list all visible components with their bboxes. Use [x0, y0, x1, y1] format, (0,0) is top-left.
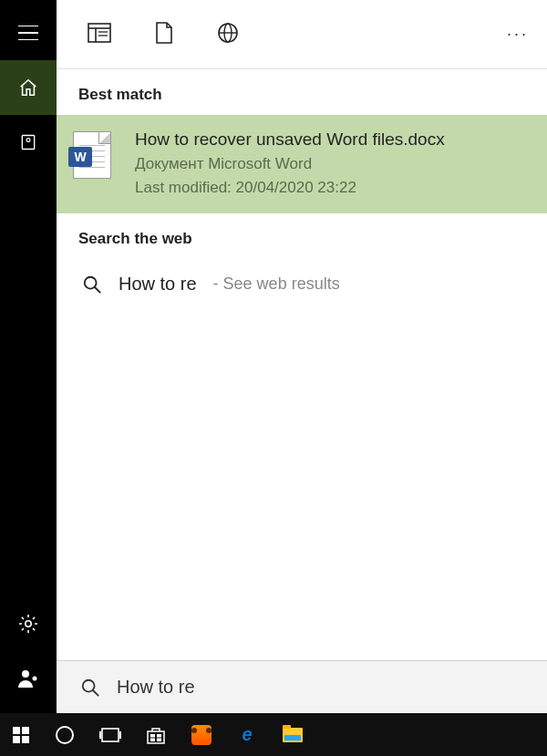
edge-button[interactable]: e — [224, 713, 270, 756]
filter-documents[interactable] — [155, 22, 173, 47]
start-icon — [13, 727, 29, 743]
svg-rect-27 — [150, 738, 155, 741]
svg-rect-25 — [150, 734, 155, 738]
user-button[interactable] — [0, 651, 57, 706]
filter-web[interactable] — [217, 22, 239, 47]
settings-button[interactable] — [0, 596, 57, 651]
all-results-icon — [88, 23, 111, 43]
result-meta: Last modified: 20/04/2020 23:22 — [135, 179, 445, 197]
recent-button[interactable] — [0, 115, 57, 170]
result-subtitle: Документ Microsoft Word — [135, 155, 445, 173]
file-explorer-button[interactable] — [270, 713, 315, 756]
filter-all[interactable] — [88, 23, 111, 47]
search-icon — [80, 678, 100, 698]
svg-point-21 — [57, 727, 73, 743]
taskview-button[interactable] — [88, 713, 133, 756]
svg-rect-0 — [22, 136, 34, 150]
file-explorer-icon — [283, 728, 303, 742]
hamburger-icon — [18, 26, 38, 40]
home-icon — [18, 78, 38, 98]
search-web-label: Search the web — [57, 213, 547, 259]
svg-rect-19 — [13, 736, 20, 743]
svg-point-1 — [26, 139, 30, 142]
hamburger-button[interactable] — [0, 5, 57, 60]
edge-icon: e — [242, 724, 252, 745]
search-panel: ··· Best match W How to recover unsaved … — [57, 0, 547, 713]
web-result[interactable]: How to re - See web results — [57, 259, 547, 309]
filter-bar: ··· — [57, 0, 547, 69]
svg-rect-20 — [22, 736, 29, 743]
result-title: How to recover unsaved Word files.docx — [135, 129, 445, 150]
svg-rect-18 — [22, 727, 29, 734]
svg-rect-26 — [157, 734, 161, 738]
uc-browser-button[interactable] — [179, 713, 224, 756]
store-button[interactable] — [133, 713, 179, 756]
web-hint: - See web results — [213, 274, 340, 294]
start-button[interactable] — [0, 713, 42, 756]
svg-rect-5 — [88, 24, 110, 42]
svg-line-14 — [95, 286, 100, 292]
svg-line-16 — [93, 689, 98, 695]
user-icon — [17, 668, 39, 689]
svg-rect-24 — [119, 731, 121, 739]
svg-point-3 — [22, 670, 29, 678]
store-icon — [146, 726, 166, 744]
more-filters[interactable]: ··· — [507, 25, 529, 44]
taskbar: e — [0, 713, 547, 756]
svg-point-4 — [33, 677, 37, 681]
svg-point-2 — [26, 621, 31, 627]
taskview-icon — [99, 727, 121, 743]
documents-icon — [155, 22, 173, 44]
search-input-value: How to re — [117, 677, 195, 698]
word-document-icon: W — [73, 129, 119, 197]
svg-rect-22 — [102, 729, 119, 741]
cortana-button[interactable] — [42, 713, 88, 756]
search-icon — [82, 274, 102, 295]
search-sidebar — [0, 0, 57, 713]
search-input-bar[interactable]: How to re — [57, 660, 547, 713]
svg-rect-28 — [157, 738, 161, 741]
best-match-label: Best match — [57, 69, 547, 115]
svg-point-15 — [83, 679, 95, 691]
recent-icon — [19, 133, 37, 151]
best-match-result[interactable]: W How to recover unsaved Word files.docx… — [57, 115, 547, 213]
svg-rect-17 — [13, 727, 20, 734]
web-query: How to re — [119, 274, 197, 295]
web-icon — [217, 22, 239, 44]
uc-browser-icon — [191, 725, 212, 745]
cortana-icon — [55, 725, 75, 745]
home-button[interactable] — [0, 60, 57, 115]
svg-rect-23 — [99, 731, 101, 739]
settings-icon — [17, 613, 39, 635]
svg-point-13 — [85, 276, 97, 288]
